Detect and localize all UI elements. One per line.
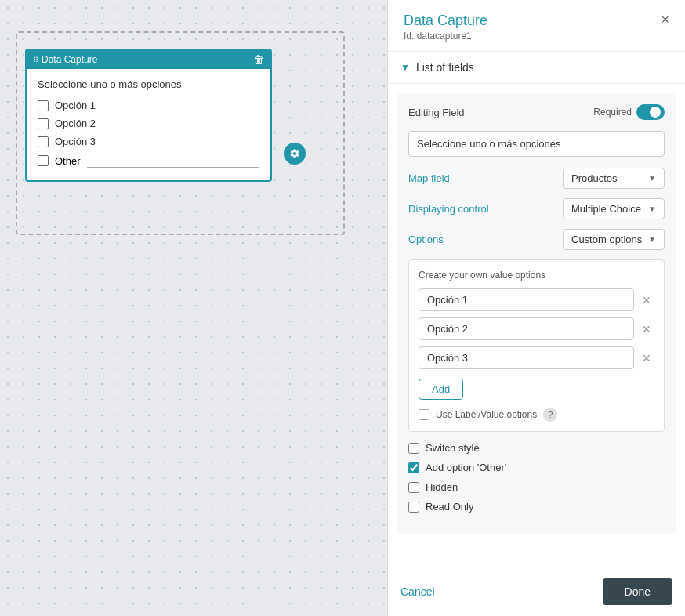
panel-subtitle: Id: datacapture1 (404, 31, 487, 42)
checkbox-option-1[interactable]: Opción 1 (38, 100, 259, 111)
hidden-checkbox[interactable] (408, 482, 419, 493)
checkbox-other-input[interactable] (38, 155, 49, 166)
label-value-row: Use Label/Value options ? (419, 408, 654, 422)
custom-options-box: Create your own value options ✕ ✕ ✕ Add (408, 259, 665, 432)
add-other-label: Add option 'Other' (426, 462, 506, 473)
custom-options-title: Create your own value options (419, 270, 654, 281)
switch-style-checkbox[interactable] (408, 443, 419, 454)
options-row: Options Custom options ▼ (408, 229, 665, 250)
options-dropdown[interactable]: Custom options ▼ (563, 229, 665, 250)
options-label: Options (408, 234, 444, 245)
option-1-input[interactable] (419, 288, 634, 311)
widget-container: ⠿ Data Capture 🗑 Seleccione uno o más op… (16, 31, 345, 235)
editing-area: Editing Field Required Map field Product… (397, 93, 676, 534)
widget-title: Data Capture (42, 54, 97, 65)
remove-option-2-button[interactable]: ✕ (639, 322, 654, 336)
list-of-fields-label: List of fields (416, 61, 474, 74)
checkbox-3-input[interactable] (38, 136, 49, 147)
list-of-fields-header[interactable]: ▼ List of fields (388, 52, 685, 84)
required-row: Required (593, 104, 665, 120)
delete-widget-icon[interactable]: 🗑 (253, 53, 264, 66)
displaying-control-dropdown[interactable]: Multiple Choice ▼ (563, 198, 665, 219)
switch-style-row: Switch style (408, 438, 665, 458)
widget-box: ⠿ Data Capture 🗑 Seleccione uno o más op… (25, 49, 272, 182)
displaying-control-value: Multiple Choice (571, 203, 641, 215)
options-value: Custom options (571, 234, 642, 245)
read-only-checkbox[interactable] (408, 502, 419, 513)
checkboxes-section: Switch style Add option 'Other' Hidden R… (408, 432, 665, 523)
field-label-input[interactable] (408, 131, 665, 157)
checkbox-3-label: Opción 3 (55, 136, 96, 147)
checkbox-1-input[interactable] (38, 100, 49, 111)
widget-header: ⠿ Data Capture 🗑 (27, 50, 270, 69)
required-label: Required (593, 107, 632, 118)
option-row-1: ✕ (419, 288, 654, 311)
right-panel: Data Capture Id: datacapture1 × ▼ List o… (387, 0, 685, 616)
help-icon[interactable]: ? (543, 408, 557, 422)
label-value-checkbox[interactable] (419, 409, 429, 420)
map-field-chevron-icon: ▼ (648, 174, 656, 183)
hidden-label: Hidden (426, 481, 458, 493)
checkbox-other-label: Other (55, 155, 81, 167)
displaying-control-row: Displaying control Multiple Choice ▼ (408, 198, 665, 219)
toggle-slider (636, 104, 665, 120)
drag-handle-icon: ⠿ (33, 56, 38, 64)
widget-header-title: ⠿ Data Capture (33, 54, 97, 65)
canvas-area: ⠿ Data Capture 🗑 Seleccione uno o más op… (0, 0, 387, 616)
widget-content: Seleccione uno o más opciones Opción 1 O… (27, 69, 270, 180)
option-row-3: ✕ (419, 346, 654, 369)
panel-header-text: Data Capture Id: datacapture1 (404, 13, 487, 42)
checkbox-option-2[interactable]: Opción 2 (38, 118, 259, 129)
editing-field-row: Editing Field Required (408, 104, 665, 120)
switch-style-label: Switch style (426, 442, 480, 454)
checkbox-2-input[interactable] (38, 118, 49, 129)
map-field-row: Map field Productos ▼ (408, 168, 665, 189)
chevron-down-icon: ▼ (400, 62, 410, 73)
required-toggle[interactable] (636, 104, 665, 120)
remove-option-1-button[interactable]: ✕ (639, 293, 654, 307)
checkbox-option-3[interactable]: Opción 3 (38, 136, 259, 147)
settings-gear-button[interactable] (284, 143, 306, 165)
option-2-input[interactable] (419, 317, 634, 340)
other-underline (87, 154, 259, 168)
add-other-row: Add option 'Other' (408, 458, 665, 477)
label-value-text: Use Label/Value options (436, 409, 537, 420)
read-only-label: Read Only (426, 501, 473, 513)
editing-field-label: Editing Field (408, 107, 465, 118)
hidden-row: Hidden (408, 477, 665, 497)
close-panel-button[interactable]: × (661, 13, 669, 27)
map-field-dropdown[interactable]: Productos ▼ (563, 168, 665, 189)
cancel-button[interactable]: Cancel (400, 579, 435, 604)
checkbox-1-label: Opción 1 (55, 100, 96, 111)
panel-body: ▼ List of fields Editing Field Required (388, 52, 685, 567)
panel-footer: Cancel Done (388, 567, 685, 616)
done-button[interactable]: Done (603, 578, 672, 605)
widget-question: Seleccione uno o más opciones (38, 78, 259, 90)
options-chevron-icon: ▼ (648, 235, 656, 244)
displaying-control-chevron-icon: ▼ (648, 205, 656, 213)
add-other-checkbox[interactable] (408, 462, 419, 473)
remove-option-3-button[interactable]: ✕ (639, 351, 654, 365)
read-only-row: Read Only (408, 497, 665, 516)
panel-header: Data Capture Id: datacapture1 × (388, 0, 685, 52)
map-field-value: Productos (571, 172, 618, 184)
checkbox-other[interactable]: Other (38, 154, 259, 168)
checkbox-2-label: Opción 2 (55, 118, 96, 129)
option-row-2: ✕ (419, 317, 654, 340)
map-field-label: Map field (408, 172, 450, 184)
add-option-button[interactable]: Add (419, 379, 463, 400)
option-3-input[interactable] (419, 346, 634, 369)
displaying-control-label: Displaying control (408, 203, 489, 215)
panel-title: Data Capture (404, 13, 487, 29)
